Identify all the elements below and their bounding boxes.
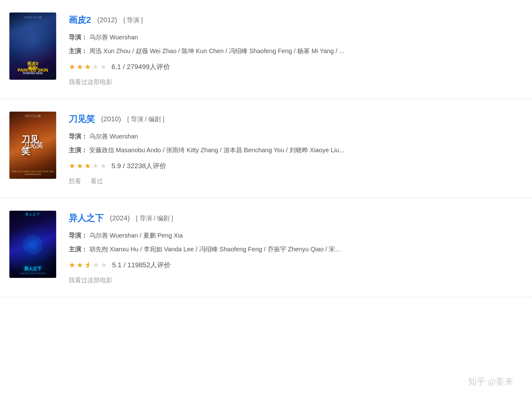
user-action: 我看过这部电影 [69,276,513,284]
star-rating: ★★★★★ [69,162,107,170]
movie-title[interactable]: 刀见笑 [69,113,95,125]
poster-image: 异人之下 UNDER ONE PERSON [9,211,56,278]
movie-year: (2024) [110,214,130,222]
movie-tags: [ 导演 ] [123,16,143,24]
rating-score: 6.1 / 279499人评价 [111,62,170,72]
star-empty: ★ [92,162,99,170]
movie-info: 刀见笑(2010)[ 导演 / 编剧 ]导演： 乌尔善 Wuershan主演： … [69,112,513,185]
star-full: ★ [76,63,83,71]
rating-row: ★★★★★6.1 / 279499人评价 [69,62,513,72]
movie-cast: 主演： 安藤政信 Masanobu Ando / 张雨绮 Kitty Zhang… [69,145,513,155]
movie-year: (2012) [97,16,117,24]
movie-item: 3月17日上映 刀见笑 THE BUTCHER THE CHEF AND THE… [0,99,532,198]
movie-poster: 3月17日上映 刀见笑 THE BUTCHER THE CHEF AND THE… [9,112,56,179]
movie-poster: 画皮IIPAINTED SKIN 6月28日 3D上映 [9,13,56,80]
star-half: ⯨ [84,261,92,269]
movie-tags: [ 导演 / 编剧 ] [127,115,165,123]
rating-row: ★★⯨★★5.1 / 119852人评价 [69,260,513,270]
want-watch-link[interactable]: 想看 [69,178,81,184]
star-full: ★ [84,63,91,71]
rating-row: ★★★★★5.9 / 32238人评价 [69,161,513,171]
user-action: 想看看过 [69,177,513,185]
movie-cast: 主演： 胡先煦 Xianxu Hu / 李宛妲 Vanda Lee / 冯绍峰 … [69,244,513,254]
watermark: 知乎 @姜来 [468,376,513,388]
star-empty: ★ [93,261,100,269]
watched-link[interactable]: 看过 [91,178,103,184]
rating-score: 5.1 / 119852人评价 [112,260,171,270]
movie-poster: 异人之下 UNDER ONE PERSON [9,211,56,278]
star-empty: ★ [100,162,107,170]
star-full: ★ [84,162,91,170]
movie-title-row: 画皮2(2012)[ 导演 ] [69,14,513,26]
star-empty: ★ [100,63,107,71]
movie-director: 导演： 乌尔善 Wuershan [69,32,513,42]
movie-cast: 主演： 周迅 Xun Zhou / 赵薇 Wei Zhao / 陈坤 Kun C… [69,46,513,56]
movie-title[interactable]: 画皮2 [69,14,91,26]
star-rating: ★★★★★ [69,63,107,71]
movie-info: 异人之下(2024)[ 导演 / 编剧 ]导演： 乌尔善 Wuershan / … [69,211,513,284]
star-full: ★ [69,261,76,269]
star-empty: ★ [92,63,99,71]
movie-director: 导演： 乌尔善 Wuershan [69,131,513,141]
movie-title-row: 异人之下(2024)[ 导演 / 编剧 ] [69,212,513,224]
star-rating: ★★⯨★★ [69,261,107,269]
movie-year: (2010) [101,115,121,123]
star-empty: ★ [101,261,107,269]
user-action: 我看过这部电影 [69,78,513,86]
movie-item: 画皮IIPAINTED SKIN 6月28日 3D上映 画皮2(2012)[ 导… [0,0,532,99]
movie-info: 画皮2(2012)[ 导演 ]导演： 乌尔善 Wuershan主演： 周迅 Xu… [69,13,513,86]
movie-director: 导演： 乌尔善 Wuershan / 夏鹏 Peng Xia [69,230,513,240]
poster-image: 画皮IIPAINTED SKIN 6月28日 3D上映 [9,13,56,80]
poster-image: 3月17日上映 刀见笑 THE BUTCHER THE CHEF AND THE… [9,112,56,179]
movie-title[interactable]: 异人之下 [69,212,104,224]
movie-item: 异人之下 UNDER ONE PERSON 异人之下(2024)[ 导演 / 编… [0,198,532,297]
star-full: ★ [69,162,76,170]
movie-tags: [ 导演 / 编剧 ] [136,214,173,223]
rating-score: 5.9 / 32238人评价 [111,161,166,171]
star-full: ★ [76,162,83,170]
movie-title-row: 刀见笑(2010)[ 导演 / 编剧 ] [69,113,513,125]
star-full: ★ [76,261,83,269]
star-full: ★ [69,63,76,71]
movie-list: 画皮IIPAINTED SKIN 6月28日 3D上映 画皮2(2012)[ 导… [0,0,532,297]
